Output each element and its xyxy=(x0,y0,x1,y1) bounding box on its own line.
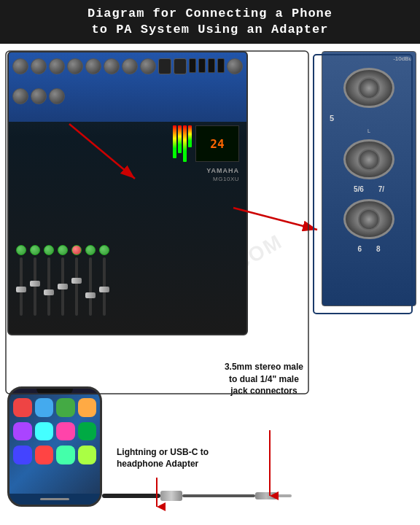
mixer-display: 24 xyxy=(195,125,239,162)
panel-56-label: 5/6 xyxy=(354,185,364,193)
fader-handle-2 xyxy=(30,281,40,287)
panel-db-label: -10dBu xyxy=(393,55,412,62)
cable-tip xyxy=(277,494,292,497)
app-icon-8 xyxy=(78,422,97,441)
lightning-line2: headphone Adapter xyxy=(117,459,198,469)
fader-6 xyxy=(85,245,96,316)
fader-handle-4 xyxy=(58,284,68,289)
meter-bar-4 xyxy=(188,125,192,147)
jack-port-3 xyxy=(208,58,215,73)
fader-3 xyxy=(44,245,54,316)
app-icon-11 xyxy=(56,446,75,464)
jack-port-4 xyxy=(217,58,225,73)
mixer-section: 24 YAMAHA MG10XU xyxy=(7,51,262,365)
title-line1: Diagram for Connecting a Phone xyxy=(88,7,332,20)
fader-handle-1 xyxy=(16,287,26,292)
channel-knob-11 xyxy=(31,88,47,104)
jack-port-1 xyxy=(189,58,196,73)
phone-screen xyxy=(9,394,100,494)
app-icon-4 xyxy=(78,398,97,417)
connector-port-3 xyxy=(343,199,394,239)
channel-knob-7 xyxy=(122,58,138,74)
mixer-graphic: 24 YAMAHA MG10XU xyxy=(7,51,248,335)
fader-5 xyxy=(71,245,82,316)
lightning-adapter-label: Lightning or USB-C to headphone Adapter xyxy=(117,446,209,471)
channel-knob-10 xyxy=(12,88,28,104)
xlr-port-1 xyxy=(158,58,171,74)
right-connector-panel: -10dBu 5 L 5/6 7/ 6 8 xyxy=(322,51,416,306)
fader-knob-5 xyxy=(71,245,82,255)
panel-6-label: 6 xyxy=(357,245,362,253)
meter-bar-1 xyxy=(173,125,176,158)
connector-port-2 xyxy=(343,139,394,179)
home-indicator xyxy=(40,498,69,500)
fader-2 xyxy=(30,245,40,316)
faders-row xyxy=(12,241,113,319)
fader-handle-5 xyxy=(71,278,82,284)
cable-right-plug xyxy=(255,492,277,499)
panel-number-5: 5 xyxy=(330,114,334,122)
model-label: MG10XU xyxy=(203,176,243,182)
channel-knob-4 xyxy=(67,58,83,74)
panel-text-L: L xyxy=(368,128,370,133)
fader-knob-6 xyxy=(85,245,96,255)
channel-knob-2 xyxy=(31,58,47,74)
fader-track-1 xyxy=(20,257,23,316)
app-icon-12 xyxy=(78,446,97,464)
cable-graphic xyxy=(102,489,306,503)
meter-bar-3 xyxy=(183,125,187,162)
fader-knob-3 xyxy=(44,245,54,255)
fader-handle-6 xyxy=(85,292,96,298)
brand-label: YAMAHA xyxy=(203,166,243,176)
fader-1 xyxy=(16,245,26,316)
title-bar: Diagram for Connecting a Phone to PA Sys… xyxy=(0,0,420,44)
fader-handle-7 xyxy=(99,287,109,292)
display-number: 24 xyxy=(210,137,224,151)
channel-knob-6 xyxy=(104,58,120,74)
phone-section xyxy=(7,386,117,514)
fader-handle-3 xyxy=(44,289,54,295)
cable-right-segment xyxy=(182,494,255,497)
adapter-35mm-line3: jack connectors xyxy=(230,386,297,396)
channel-knob-1 xyxy=(12,58,28,74)
app-icon-9 xyxy=(13,446,32,464)
app-icon-1 xyxy=(13,398,32,417)
phone-graphic xyxy=(7,386,102,507)
channel-knob-12 xyxy=(49,88,65,104)
connector-inner-2 xyxy=(358,149,380,171)
app-icon-5 xyxy=(13,422,32,441)
app-icon-10 xyxy=(35,446,54,464)
main-content: WIKIHOW.COM 1/4" TS male jack Connector xyxy=(0,44,420,518)
fader-track-2 xyxy=(34,257,36,316)
adapter-35mm-line2: to dual 1/4" male xyxy=(229,374,299,384)
panel-8-label: 8 xyxy=(376,245,381,253)
channel-knob-9 xyxy=(227,58,243,74)
phone-home-bar xyxy=(9,494,100,505)
fader-knob-4 xyxy=(58,245,68,255)
fader-track-4 xyxy=(61,257,64,316)
cable-body xyxy=(102,489,306,503)
fader-knob-1 xyxy=(16,245,26,255)
cable-left-segment xyxy=(102,494,160,498)
phone-notch xyxy=(36,389,73,394)
panel-7-label: 7/ xyxy=(378,185,384,193)
connector-inner-3 xyxy=(358,209,380,230)
channel-knob-3 xyxy=(49,58,65,74)
app-icon-6 xyxy=(35,422,54,441)
fader-knob-7 xyxy=(99,245,109,255)
connector-port-1 xyxy=(343,68,394,108)
channel-knob-8 xyxy=(140,58,156,74)
xlr-port-2 xyxy=(174,58,187,74)
lightning-line1: Lightning or USB-C to xyxy=(117,447,209,457)
cable-mid-connector xyxy=(160,491,182,501)
mixer-top-panel xyxy=(9,52,246,122)
fader-track-6 xyxy=(89,257,92,316)
connector-inner-1 xyxy=(358,77,380,99)
fader-4 xyxy=(58,245,68,316)
channel-knob-5 xyxy=(85,58,101,74)
fader-knob-2 xyxy=(30,245,40,255)
title-line2: to PA System Using an Adapter xyxy=(92,23,329,36)
meter-bars xyxy=(173,125,192,162)
adapter-35mm-line1: 3.5mm stereo male xyxy=(225,362,303,372)
fader-track-3 xyxy=(47,257,50,316)
